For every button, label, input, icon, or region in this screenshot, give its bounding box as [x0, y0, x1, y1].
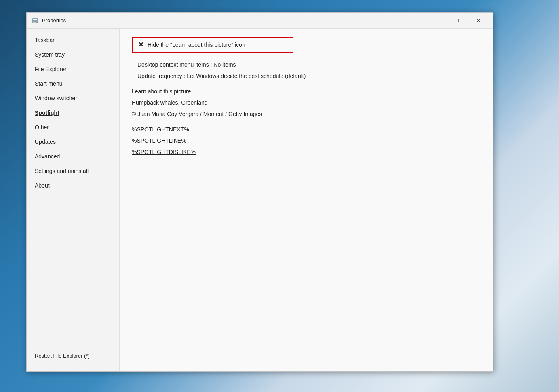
minimize-button[interactable]: —: [432, 14, 451, 27]
desktop-context-row: Desktop context menu items : No items: [132, 59, 481, 70]
sidebar-item-other[interactable]: Other: [27, 120, 119, 135]
hide-icon-checkbox-row[interactable]: ✕ Hide the "Learn about this picture" ic…: [132, 37, 293, 53]
svg-rect-3: [33, 22, 36, 23]
sidebar-item-settings-and-uninstall[interactable]: Settings and uninstall: [27, 164, 119, 178]
sidebar-item-about[interactable]: About: [27, 178, 119, 193]
app-icon: [32, 17, 39, 24]
maximize-button[interactable]: ☐: [451, 14, 469, 27]
spotlight-like-link[interactable]: %SPOTLIGHTLIKE%: [132, 135, 481, 146]
spotlight-next-link[interactable]: %SPOTLIGHTNEXT%: [132, 124, 481, 135]
window-body: TaskbarSystem trayFile ExplorerStart men…: [27, 29, 493, 371]
restart-file-explorer-link[interactable]: Restart File Explorer (*): [35, 353, 90, 359]
sidebar: TaskbarSystem trayFile ExplorerStart men…: [27, 29, 120, 371]
sidebar-item-window-switcher[interactable]: Window switcher: [27, 91, 119, 105]
sidebar-item-taskbar[interactable]: Taskbar: [27, 33, 119, 47]
close-button[interactable]: ✕: [469, 14, 488, 27]
sidebar-item-file-explorer[interactable]: File Explorer: [27, 62, 119, 76]
hide-icon-label: Hide the "Learn about this picture" icon: [148, 42, 245, 48]
checkbox-x-icon: ✕: [138, 41, 143, 48]
picture-title-row: Humpback whales, Greenland: [132, 97, 481, 108]
window-controls: — ☐ ✕: [432, 14, 488, 27]
titlebar: Properties — ☐ ✕: [27, 13, 493, 29]
copyright-row: © Juan Maria Coy Vergara / Moment / Gett…: [132, 108, 481, 120]
sidebar-footer: Restart File Explorer (*): [27, 348, 119, 367]
sidebar-item-updates[interactable]: Updates: [27, 135, 119, 149]
svg-rect-2: [33, 21, 37, 21]
sidebar-item-start-menu[interactable]: Start menu: [27, 76, 119, 91]
sidebar-item-system-tray[interactable]: System tray: [27, 47, 119, 62]
update-frequency-row: Update frequency : Let Windows decide th…: [132, 70, 481, 82]
spotlight-dislike-link[interactable]: %SPOTLIGHTDISLIKE%: [132, 146, 481, 158]
sidebar-item-advanced[interactable]: Advanced: [27, 149, 119, 164]
sidebar-nav: TaskbarSystem trayFile ExplorerStart men…: [27, 33, 119, 193]
sidebar-item-spotlight[interactable]: Spotlight: [27, 105, 119, 120]
window-title: Properties: [42, 17, 432, 23]
svg-rect-1: [33, 19, 37, 20]
content-area: ✕ Hide the "Learn about this picture" ic…: [120, 29, 493, 371]
properties-window: Properties — ☐ ✕ TaskbarSystem trayFile …: [26, 12, 493, 372]
learn-about-picture-link[interactable]: Learn about this picture: [132, 86, 481, 97]
